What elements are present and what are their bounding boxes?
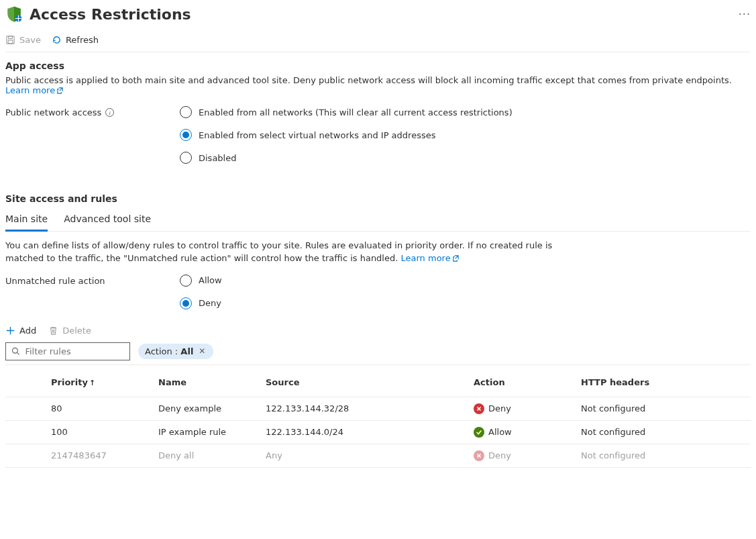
delete-rule-button[interactable]: Delete	[48, 326, 91, 336]
page-title: Access Restrictions	[30, 6, 732, 23]
site-access-description: You can define lists of allow/deny rules…	[5, 240, 555, 265]
close-icon	[474, 403, 484, 414]
radio-enabled-all-networks[interactable]: Enabled from all networks (This will cle…	[180, 106, 512, 118]
table-row[interactable]: 100IP example rule122.133.144.0/24AllowN…	[5, 420, 751, 444]
svg-rect-3	[8, 40, 13, 44]
close-icon[interactable]: ✕	[197, 346, 207, 356]
checkmark-icon	[474, 427, 484, 438]
app-access-learn-more-link[interactable]: Learn more	[5, 85, 64, 95]
filter-rules-input[interactable]	[23, 346, 124, 357]
col-source[interactable]: Source	[260, 365, 468, 397]
col-priority[interactable]: Priority↑	[46, 365, 153, 397]
app-access-heading: App access	[5, 60, 751, 71]
radio-enabled-select-networks[interactable]: Enabled from select virtual networks and…	[180, 129, 512, 141]
col-action[interactable]: Action	[468, 365, 576, 397]
cell-action: Deny	[468, 444, 576, 467]
table-row[interactable]: 2147483647Deny allAnyDenyNot configured	[5, 444, 751, 467]
add-rule-button[interactable]: Add	[5, 326, 36, 336]
radio-icon	[180, 152, 192, 164]
radio-unmatched-deny[interactable]: Deny	[180, 297, 222, 309]
cell-priority: 80	[46, 397, 153, 420]
svg-point-4	[13, 348, 18, 354]
command-bar: Save Refresh	[5, 31, 751, 52]
radio-icon	[180, 297, 192, 309]
cell-action: Allow	[468, 420, 576, 444]
radio-icon	[180, 129, 192, 141]
close-icon	[474, 450, 484, 461]
cell-source: 122.133.144.32/28	[260, 397, 468, 420]
save-button[interactable]: Save	[5, 35, 41, 45]
public-network-access-label: Public network access i	[5, 106, 180, 117]
site-tabs: Main site Advanced tool site	[5, 209, 751, 232]
cell-priority: 100	[46, 420, 153, 444]
refresh-button[interactable]: Refresh	[52, 35, 99, 45]
app-access-description: Public access is applied to both main si…	[5, 75, 751, 95]
cell-priority: 2147483647	[46, 444, 153, 467]
shield-icon	[5, 5, 23, 23]
site-access-learn-more-link[interactable]: Learn more	[401, 253, 460, 263]
cell-action: Deny	[468, 397, 576, 420]
col-http-headers[interactable]: HTTP headers	[576, 365, 751, 397]
cell-http-headers: Not configured	[576, 444, 751, 467]
cell-name: Deny all	[153, 444, 260, 467]
unmatched-rule-action-label: Unmatched rule action	[5, 275, 180, 286]
cell-name: IP example rule	[153, 420, 260, 444]
tab-main-site[interactable]: Main site	[5, 209, 48, 232]
rules-table: Priority↑ Name Source Action HTTP header…	[5, 365, 751, 468]
cell-name: Deny example	[153, 397, 260, 420]
sort-asc-icon: ↑	[89, 379, 95, 387]
svg-rect-2	[9, 36, 13, 39]
radio-disabled[interactable]: Disabled	[180, 152, 512, 164]
cell-http-headers: Not configured	[576, 420, 751, 444]
refresh-label: Refresh	[66, 35, 99, 45]
radio-icon	[180, 275, 192, 287]
save-label: Save	[19, 35, 41, 45]
filter-chip-action[interactable]: Action : All ✕	[138, 344, 213, 359]
site-access-heading: Site access and rules	[5, 193, 751, 204]
cell-http-headers: Not configured	[576, 397, 751, 420]
more-menu-icon[interactable]: ···	[739, 8, 751, 21]
tab-advanced-tool-site[interactable]: Advanced tool site	[64, 209, 151, 231]
search-icon	[11, 346, 19, 356]
radio-unmatched-allow[interactable]: Allow	[180, 275, 222, 287]
radio-icon	[180, 106, 192, 118]
info-icon[interactable]: i	[105, 108, 114, 117]
col-name[interactable]: Name	[153, 365, 260, 397]
cell-source: Any	[260, 444, 468, 467]
table-row[interactable]: 80Deny example122.133.144.32/28DenyNot c…	[5, 397, 751, 420]
filter-rules-search[interactable]	[5, 342, 130, 360]
cell-source: 122.133.144.0/24	[260, 420, 468, 444]
